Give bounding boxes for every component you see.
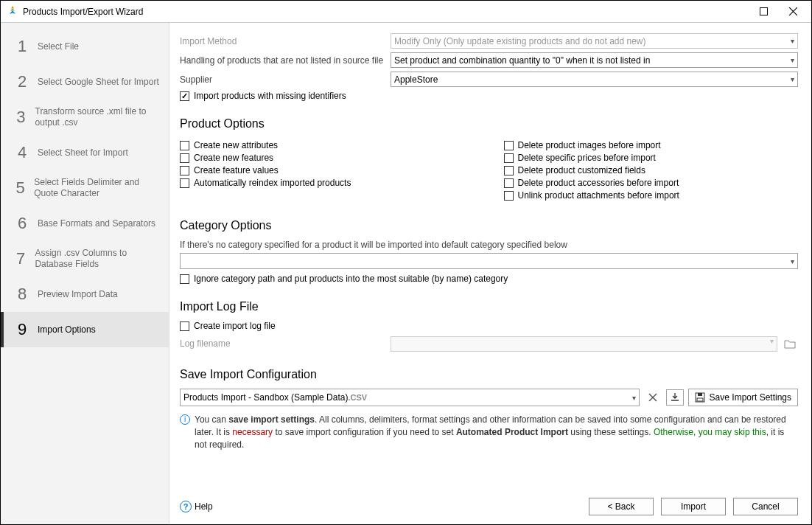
checkbox-icon bbox=[504, 178, 514, 188]
ignore-category-path-checkbox[interactable]: Ignore category path and put products in… bbox=[180, 274, 798, 284]
checkbox-icon bbox=[180, 178, 189, 188]
checkbox-icon bbox=[504, 153, 514, 163]
step-number: 1 bbox=[15, 37, 29, 56]
step-label: Base Formats and Separators bbox=[38, 218, 155, 229]
import-button[interactable]: Import bbox=[661, 498, 726, 515]
sidebar-step-3[interactable]: 3 Transform source .xml file to output .… bbox=[1, 100, 169, 135]
handling-label: Handling of products that are not listed… bbox=[180, 55, 386, 66]
sidebar-step-4[interactable]: 4 Select Sheet for Import bbox=[1, 135, 169, 170]
import-log-header: Import Log File bbox=[180, 300, 798, 313]
checkbox-icon bbox=[180, 321, 189, 331]
step-number: 7 bbox=[15, 249, 26, 268]
supplier-select[interactable]: AppleStore ▾ bbox=[391, 72, 798, 87]
supplier-value: AppleStore bbox=[394, 74, 438, 85]
log-filename-label: Log filename bbox=[180, 338, 386, 349]
save-import-settings-button[interactable]: Save Import Settings bbox=[688, 389, 798, 406]
missing-identifiers-checkbox[interactable]: Import products with missing identifiers bbox=[180, 91, 798, 101]
reindex-products-checkbox[interactable]: Automatically reindex imported products bbox=[180, 178, 475, 188]
delete-images-checkbox[interactable]: Delete product images before import bbox=[504, 140, 799, 150]
cancel-button[interactable]: Cancel bbox=[733, 498, 798, 515]
svg-rect-7 bbox=[697, 398, 703, 401]
category-hint: If there's no category specified for a p… bbox=[180, 240, 798, 250]
delete-specific-prices-checkbox[interactable]: Delete specific prices before import bbox=[504, 153, 799, 163]
svg-rect-6 bbox=[698, 393, 702, 396]
import-method-value: Modify Only (Only update existing produc… bbox=[394, 36, 646, 46]
button-label: Save Import Settings bbox=[710, 392, 791, 403]
help-link[interactable]: ? Help bbox=[180, 501, 213, 512]
step-label: Assign .csv Columns to Database Fields bbox=[35, 248, 161, 270]
checkbox-icon bbox=[180, 141, 189, 150]
create-new-features-checkbox[interactable]: Create new features bbox=[180, 153, 475, 163]
checkbox-icon bbox=[180, 274, 189, 284]
titlebar: Products Import/Export Wizard bbox=[1, 1, 811, 23]
category-options-header: Category Options bbox=[180, 219, 798, 232]
checkbox-label: Create feature values bbox=[194, 165, 279, 175]
step-number: 2 bbox=[15, 72, 29, 91]
create-new-attributes-checkbox[interactable]: Create new attributes bbox=[180, 140, 475, 150]
checkbox-label: Import products with missing identifiers bbox=[194, 91, 346, 101]
handling-value: Set product and combination quantity to … bbox=[394, 55, 650, 66]
close-button[interactable] bbox=[780, 3, 805, 21]
sidebar-step-5[interactable]: 5 Select Fields Delimiter and Quote Char… bbox=[1, 170, 169, 206]
create-log-file-checkbox[interactable]: Create import log file bbox=[180, 321, 798, 331]
window-controls bbox=[751, 3, 805, 21]
checkbox-icon bbox=[180, 153, 189, 163]
back-button[interactable]: < Back bbox=[589, 498, 654, 515]
delete-accessories-checkbox[interactable]: Delete product accessories before import bbox=[504, 178, 799, 188]
sidebar-step-7[interactable]: 7 Assign .csv Columns to Database Fields bbox=[1, 241, 169, 277]
step-label: Select File bbox=[38, 41, 79, 52]
checkbox-icon bbox=[504, 141, 514, 150]
help-label: Help bbox=[195, 501, 213, 512]
chevron-down-icon: ▾ bbox=[791, 257, 794, 265]
sidebar-step-1[interactable]: 1 Select File bbox=[1, 29, 169, 64]
wizard-steps-sidebar: 1 Select File 2 Select Google Sheet for … bbox=[1, 23, 169, 524]
checkbox-label: Create new attributes bbox=[194, 140, 278, 150]
checkbox-label: Unlink product attachments before import bbox=[518, 190, 679, 201]
create-feature-values-checkbox[interactable]: Create feature values bbox=[180, 165, 475, 175]
step-number: 9 bbox=[15, 320, 29, 339]
checkbox-label: Delete specific prices before import bbox=[518, 153, 656, 163]
chevron-down-icon: ▾ bbox=[791, 37, 794, 45]
step-label: Select Google Sheet for Import bbox=[38, 77, 159, 88]
import-method-select[interactable]: Modify Only (Only update existing produc… bbox=[391, 33, 798, 49]
step-number: 3 bbox=[15, 108, 27, 127]
import-method-label: Import Method bbox=[180, 36, 386, 46]
handling-select[interactable]: Set product and combination quantity to … bbox=[391, 52, 798, 68]
download-config-button[interactable] bbox=[666, 389, 684, 406]
log-filename-input: ▾ bbox=[391, 336, 777, 352]
step-label: Transform source .xml file to output .cs… bbox=[35, 106, 161, 128]
checkbox-label: Delete product images before import bbox=[518, 140, 661, 150]
sidebar-step-2[interactable]: 2 Select Google Sheet for Import bbox=[1, 64, 169, 100]
unlink-attachments-checkbox[interactable]: Unlink product attachments before import bbox=[504, 190, 799, 201]
config-name-select[interactable]: Products Import - Sandbox (Sample Data).… bbox=[180, 389, 640, 406]
sidebar-step-8[interactable]: 8 Preview Import Data bbox=[1, 277, 169, 312]
sidebar-step-6[interactable]: 6 Base Formats and Separators bbox=[1, 206, 169, 241]
checkbox-label: Delete product accessories before import bbox=[518, 178, 679, 188]
checkbox-icon bbox=[180, 166, 189, 175]
chevron-down-icon: ▾ bbox=[791, 75, 794, 83]
sidebar-step-9[interactable]: 9 Import Options bbox=[1, 312, 169, 347]
config-name-value: Products Import - Sandbox (Sample Data).… bbox=[183, 392, 367, 403]
checkbox-label: Create import log file bbox=[194, 321, 276, 331]
default-category-select[interactable]: ▾ bbox=[180, 253, 798, 269]
chevron-down-icon: ▾ bbox=[791, 56, 794, 64]
wizard-footer: ? Help < Back Import Cancel bbox=[180, 498, 798, 515]
step-label: Preview Import Data bbox=[38, 289, 118, 300]
maximize-button[interactable] bbox=[751, 3, 776, 21]
chevron-down-icon: ▾ bbox=[770, 337, 774, 345]
product-options-header: Product Options bbox=[180, 117, 798, 131]
save-config-header: Save Import Configuration bbox=[180, 368, 798, 381]
window-title: Products Import/Export Wizard bbox=[23, 7, 751, 17]
step-label: Select Sheet for Import bbox=[38, 147, 128, 159]
step-number: 4 bbox=[15, 143, 29, 162]
delete-customized-fields-checkbox[interactable]: Delete product customized fields bbox=[504, 165, 799, 175]
step-label: Import Options bbox=[38, 324, 96, 335]
svg-rect-0 bbox=[760, 8, 767, 15]
browse-folder-button bbox=[782, 335, 798, 352]
save-icon bbox=[695, 392, 705, 403]
chevron-down-icon: ▾ bbox=[632, 394, 636, 402]
step-number: 8 bbox=[15, 285, 29, 304]
clear-config-button[interactable] bbox=[644, 389, 662, 406]
checkbox-icon bbox=[504, 191, 514, 201]
step-number: 5 bbox=[15, 178, 25, 198]
